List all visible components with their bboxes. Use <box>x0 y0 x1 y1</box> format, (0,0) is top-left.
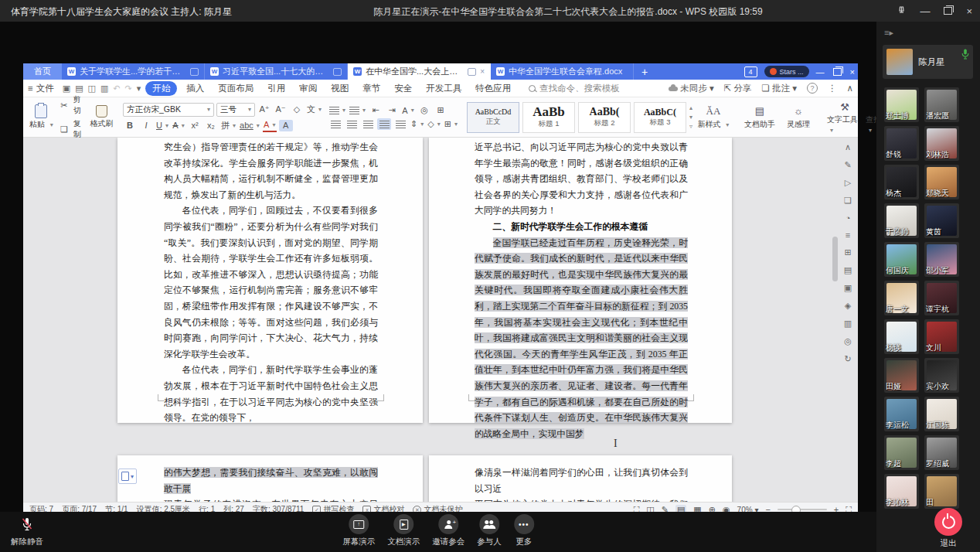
print-icon[interactable]: ▤ <box>75 83 83 94</box>
numbering-button[interactable]: ▾ <box>349 104 366 116</box>
text-tools-button[interactable]: ⚒ 文字工具 ▾ <box>827 101 863 134</box>
increase-font-icon[interactable]: A⁺ <box>257 104 271 115</box>
doc-share-button[interactable]: ▶ 文档演示 <box>387 514 420 547</box>
wps-close-button[interactable]: × <box>850 67 855 77</box>
clip-pane-icon[interactable]: ▣ <box>844 283 852 293</box>
menu-review[interactable]: 审阅 <box>292 81 324 96</box>
export-pdf-icon[interactable]: ◫ <box>88 83 96 94</box>
cut-button[interactable]: ✂剪切 <box>57 94 86 116</box>
doc-page-right[interactable]: 近平总书记、向以习近平同志为核心的党中央致以青年学生最崇高的敬意！同时，感谢各级… <box>429 138 732 423</box>
decrease-font-icon[interactable]: A⁻ <box>274 104 288 115</box>
exit-meeting-button[interactable] <box>934 508 962 536</box>
screen-share-button[interactable]: ↑ 屏幕演示 <box>342 514 375 547</box>
participant-tile[interactable]: 田娅 <box>884 358 919 393</box>
print-preview-icon[interactable]: ▥ <box>100 83 108 94</box>
stamp-tool-icon[interactable]: ◔ <box>846 213 851 223</box>
bold-button[interactable]: B <box>123 120 137 131</box>
participant-tile[interactable]: 何国庆 <box>884 242 919 277</box>
char-shading-button[interactable]: abc▾ <box>239 120 260 131</box>
grid-pane-icon[interactable]: ⊞ <box>844 247 851 257</box>
highlight-color-button[interactable]: A <box>279 120 293 131</box>
file-menu[interactable]: ≡ 文件 <box>28 83 54 94</box>
justify-button[interactable] <box>377 118 391 130</box>
vertical-scrollbar[interactable] <box>832 237 838 281</box>
participant-tile[interactable]: 郑士博 <box>884 87 919 122</box>
inspiration-button[interactable]: ☼ 灵感理 <box>781 105 816 130</box>
paste-button[interactable]: 粘贴 ▾ <box>29 104 54 130</box>
tab-home[interactable]: 首页 <box>23 63 62 80</box>
participant-tile[interactable]: 宾小欢 <box>924 358 959 393</box>
superscript-button[interactable]: x² <box>188 120 202 131</box>
clear-format-icon[interactable]: ◇ <box>290 104 304 115</box>
comment-button[interactable]: ❏ 批注 ▾ <box>762 83 797 94</box>
tab-doc4[interactable]: W 中华全国学生联合会章程.docx <box>491 63 634 80</box>
wps-restore-button[interactable] <box>833 68 842 76</box>
participant-tile[interactable]: 田 <box>924 474 959 509</box>
line-spacing-button[interactable]: ⇕▾ <box>410 118 424 130</box>
doc-page-left[interactable]: 究生会）指导管理责任的若干规定》等，推动学生会改革持续深化。学生会服务同学职能进… <box>117 138 423 423</box>
tab-close-icon[interactable]: × <box>480 67 485 76</box>
participant-tile[interactable]: 谭宇杭 <box>924 281 959 315</box>
bookmark-pane-icon[interactable]: ▥ <box>844 319 852 329</box>
menu-page-layout[interactable]: 页面布局 <box>211 81 260 96</box>
align-left-button[interactable] <box>328 118 342 130</box>
participant-tile[interactable]: 邵小军 <box>924 242 959 277</box>
command-search[interactable]: 查找命令、搜索模板 <box>529 83 620 94</box>
sync-status[interactable]: 未同步 ▾ <box>669 83 713 94</box>
zoom-slider[interactable] <box>778 509 827 510</box>
notification-badge[interactable]: 4 <box>744 66 757 77</box>
close-button[interactable]: × <box>966 6 972 16</box>
participant-tile[interactable]: 李沁林 <box>884 474 919 509</box>
edit-pen-icon[interactable]: ✎ <box>844 160 851 170</box>
format-painter-button[interactable]: 格式刷 <box>89 105 114 129</box>
comment-tool-icon[interactable]: ❏ <box>844 196 852 206</box>
invite-button[interactable]: + 邀请参会 <box>432 514 464 547</box>
style-gallery-more-icon[interactable]: ▿ <box>689 123 692 130</box>
font-size-select[interactable]: 三号▾ <box>216 103 255 117</box>
menu-section[interactable]: 章节 <box>356 81 387 96</box>
italic-button[interactable]: I <box>139 120 153 131</box>
minimize-button[interactable]: — <box>920 6 930 16</box>
collapse-ribbon-icon[interactable]: ∧ <box>847 83 853 94</box>
outline-pane-icon[interactable]: ≡ <box>846 230 850 240</box>
shape-pane-icon[interactable]: ◈ <box>845 301 851 311</box>
participant-tile[interactable]: 于彦帅 <box>884 203 919 238</box>
participant-tile[interactable]: 舒锐 <box>884 126 919 161</box>
participant-tile[interactable]: 潘宏愿 <box>924 87 959 122</box>
doc-page-right-next[interactable]: 像清泉一样滋润着同学们的心田，让我们真切体会到以习近 平同志为核心的党中央对青年… <box>429 455 732 502</box>
strikethrough-button[interactable]: A▾ <box>172 120 185 131</box>
participant-tile[interactable]: 文川 <box>924 319 959 354</box>
phonetic-guide-button[interactable]: 拼▾ <box>220 120 236 131</box>
participant-tile[interactable]: 李超 <box>884 435 919 470</box>
menu-start[interactable]: 开始 <box>145 81 177 96</box>
participant-tile[interactable]: 罗绍威 <box>924 435 959 470</box>
participant-tile[interactable]: 江国栋 <box>924 397 959 431</box>
style-heading3[interactable]: AaBbC( 标题 3 <box>634 102 686 133</box>
copy-button[interactable]: ❏复制 <box>57 118 86 140</box>
style-gallery-down-icon[interactable]: ▾ <box>689 114 692 121</box>
style-gallery-up-icon[interactable]: ▴ <box>689 104 692 111</box>
more-button[interactable]: ••• 更多 <box>514 514 534 547</box>
participant-tile[interactable]: 郑晓天 <box>924 165 959 199</box>
history-pane-icon[interactable]: ↻ <box>844 354 851 364</box>
asian-layout-button[interactable]: ⊞ <box>434 104 447 116</box>
style-normal[interactable]: AaBbCcDd 正文 <box>467 102 519 133</box>
font-family-select[interactable]: 方正仿宋_GBK▾ <box>123 103 214 117</box>
distribute-button[interactable] <box>393 118 407 130</box>
underline-button[interactable]: U▾ <box>155 120 169 131</box>
collapse-sidebar-icon[interactable]: ≡▸ <box>884 28 893 38</box>
restore-button[interactable] <box>944 7 952 15</box>
document-area[interactable]: 究生会）指导管理责任的若干规定》等，推动学生会改革持续深化。学生会服务同学职能进… <box>23 138 858 502</box>
stars-widget[interactable]: Stars ... <box>764 66 809 77</box>
participant-tile[interactable]: 唐一文 <box>884 281 919 315</box>
increase-indent-button[interactable]: ⇥ <box>385 104 399 116</box>
pin-icon[interactable] <box>897 6 906 15</box>
menu-special-features[interactable]: 特色应用 <box>468 81 518 96</box>
save-icon[interactable]: ▣ <box>63 83 70 94</box>
undo-icon[interactable]: ↶ <box>113 83 120 94</box>
shading-button[interactable]: ◇▾ <box>427 118 441 130</box>
participant-tile[interactable]: 李运松 <box>884 397 919 431</box>
participant-tile[interactable]: 刘林浩 <box>924 126 959 161</box>
menu-security[interactable]: 安全 <box>387 81 419 96</box>
participant-tile[interactable]: 黄茵 <box>924 203 959 238</box>
